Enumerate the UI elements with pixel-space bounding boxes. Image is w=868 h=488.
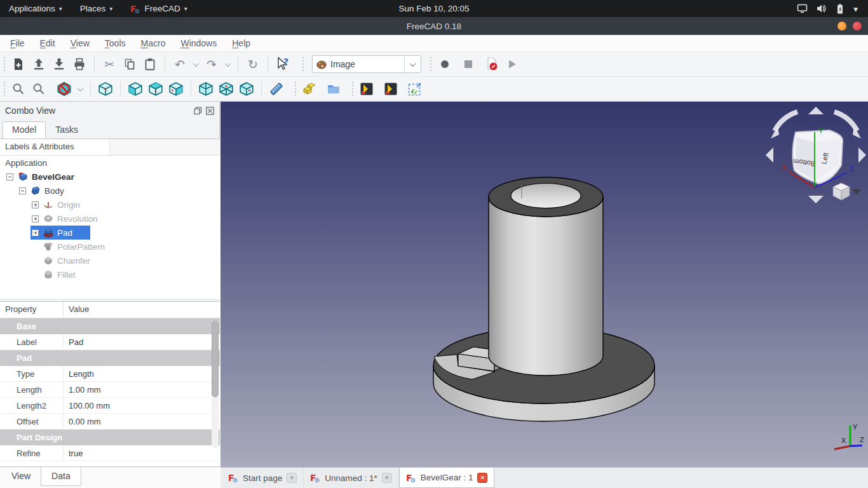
tree-item-polarpattern[interactable]: PolarPattern: [0, 240, 220, 254]
scale-image-button[interactable]: [405, 79, 425, 98]
view-isometric-button[interactable]: [95, 79, 116, 98]
copy-button[interactable]: [119, 55, 140, 74]
3d-viewport[interactable]: Bottom Left Y X Z: [220, 102, 868, 488]
tree-item-chamfer[interactable]: Chamfer: [0, 254, 220, 268]
menu-view[interactable]: View: [63, 35, 97, 51]
menu-edit[interactable]: Edit: [32, 35, 63, 51]
tree-item-body[interactable]: Body: [0, 184, 220, 198]
redo-dropdown[interactable]: [222, 55, 233, 74]
draw-style-button[interactable]: [54, 79, 74, 98]
draw-style-dropdown[interactable]: [74, 79, 86, 98]
tab-view[interactable]: View: [1, 467, 41, 488]
menu-help[interactable]: Help: [224, 35, 258, 51]
menu-macro[interactable]: Macro: [133, 35, 173, 51]
scrollbar-thumb[interactable]: [212, 321, 219, 397]
doc-tab-bevelgear[interactable]: F ⚙ BevelGear : 1 ✕: [399, 468, 495, 488]
menu-file[interactable]: File: [3, 35, 32, 51]
macro-record-button[interactable]: [435, 55, 455, 74]
menu-tools[interactable]: Tools: [97, 35, 133, 51]
navcube-arrow-left[interactable]: [766, 147, 773, 163]
macro-stop-button[interactable]: [458, 55, 478, 74]
tree-item-bevelgear[interactable]: BevelGear: [0, 170, 220, 184]
doc-tab-start-page[interactable]: F ⚙ Start page ✕: [222, 468, 304, 488]
property-scrollbar[interactable]: [212, 321, 219, 448]
save-document-button[interactable]: [49, 55, 69, 74]
navigation-cube[interactable]: Bottom Left Y X Z: [766, 107, 866, 203]
property-row-length[interactable]: Length 1.00 mm: [0, 382, 220, 398]
property-group-base[interactable]: Base: [0, 318, 220, 334]
paste-button[interactable]: [140, 55, 160, 74]
places-menu[interactable]: Places ▾: [71, 0, 122, 17]
collapse-expander-icon[interactable]: [19, 187, 26, 194]
open-document-button[interactable]: [29, 55, 49, 74]
float-panel-icon[interactable]: [194, 107, 202, 115]
view-front-button[interactable]: [125, 79, 146, 98]
property-row-offset[interactable]: Offset 0.00 mm: [0, 414, 220, 430]
property-row-length2[interactable]: Length2 100.00 mm: [0, 398, 220, 414]
tree-item-origin[interactable]: Origin: [0, 198, 220, 212]
applications-menu[interactable]: Applications ▾: [0, 0, 71, 17]
freecad-app-menu[interactable]: F ⚙ FreeCAD ▾: [121, 0, 196, 17]
expand-expander-icon[interactable]: [32, 215, 39, 222]
close-button[interactable]: [853, 22, 862, 30]
part-structure-button[interactable]: [299, 79, 320, 98]
open-folder-button[interactable]: [323, 79, 344, 98]
navcube-arrow-down[interactable]: [808, 196, 824, 203]
image-plane-xy-button[interactable]: [356, 79, 377, 98]
toolbar-drag-handle[interactable]: [350, 81, 355, 97]
property-table-header[interactable]: Property Value: [0, 302, 220, 318]
property-row-refine[interactable]: Refine true: [0, 445, 220, 461]
toolbar-drag-handle[interactable]: [301, 57, 305, 72]
navcube-mini-cube[interactable]: [833, 183, 850, 200]
property-group-pad[interactable]: Pad: [0, 350, 220, 366]
minimize-button[interactable]: [837, 22, 846, 30]
close-panel-icon[interactable]: [206, 107, 214, 115]
tree-column-header[interactable]: Labels & Attributes: [0, 139, 220, 156]
view-rear-button[interactable]: [196, 79, 216, 98]
close-tab-icon[interactable]: ✕: [477, 473, 487, 483]
close-tab-icon[interactable]: ✕: [382, 473, 392, 483]
property-row-label[interactable]: Label Pad: [0, 334, 220, 350]
expand-expander-icon[interactable]: [32, 229, 39, 236]
toolbar-drag-handle[interactable]: [293, 81, 297, 97]
cut-button[interactable]: ✂: [99, 55, 119, 74]
view-top-button[interactable]: [146, 79, 166, 98]
system-tray[interactable]: ▾: [787, 0, 868, 17]
view-left-button[interactable]: [236, 79, 257, 98]
property-row-type[interactable]: Type Length: [0, 366, 220, 382]
close-tab-icon[interactable]: ✕: [287, 473, 297, 483]
whats-this-button[interactable]: ?: [273, 55, 293, 74]
tree-item-application[interactable]: Application: [0, 156, 220, 170]
tree-item-fillet[interactable]: Fillet: [0, 268, 220, 281]
toolbar-drag-handle[interactable]: [2, 81, 6, 97]
view-right-button[interactable]: [166, 79, 186, 98]
tab-tasks[interactable]: Tasks: [46, 121, 88, 139]
tree-item-revolution[interactable]: Revolution: [0, 212, 220, 226]
navcube-arrow-right[interactable]: [858, 147, 866, 163]
collapse-expander-icon[interactable]: [6, 173, 13, 180]
menu-windows[interactable]: Windows: [173, 35, 224, 51]
macro-edit-button[interactable]: [482, 55, 502, 74]
workbench-selector[interactable]: Image: [312, 55, 421, 73]
macro-execute-button[interactable]: [502, 55, 522, 74]
property-group-partdesign[interactable]: Part Design: [0, 430, 220, 445]
window-title-bar[interactable]: FreeCAD 0.18: [0, 17, 868, 35]
view-bottom-button[interactable]: [216, 79, 236, 98]
navcube-arrow-up[interactable]: [808, 107, 824, 114]
navcube-menu-arrow[interactable]: [852, 189, 861, 194]
model-bevelgear-pad[interactable]: [433, 177, 654, 421]
workbench-dropdown-arrow[interactable]: [404, 56, 421, 72]
toolbar-drag-handle[interactable]: [2, 57, 6, 72]
tab-data[interactable]: Data: [41, 467, 81, 486]
redo-button[interactable]: ↷: [201, 55, 222, 74]
refresh-button[interactable]: ↻: [243, 55, 263, 74]
new-document-button[interactable]: [8, 55, 29, 74]
undo-dropdown[interactable]: [190, 55, 201, 74]
fit-selection-button[interactable]: [29, 79, 49, 98]
undo-button[interactable]: ↶: [170, 55, 190, 74]
print-button[interactable]: [69, 55, 90, 74]
expand-expander-icon[interactable]: [32, 201, 39, 208]
image-plane-xz-button[interactable]: [381, 79, 401, 98]
combo-view-header[interactable]: Combo View: [0, 102, 219, 119]
fit-all-button[interactable]: [8, 79, 29, 98]
